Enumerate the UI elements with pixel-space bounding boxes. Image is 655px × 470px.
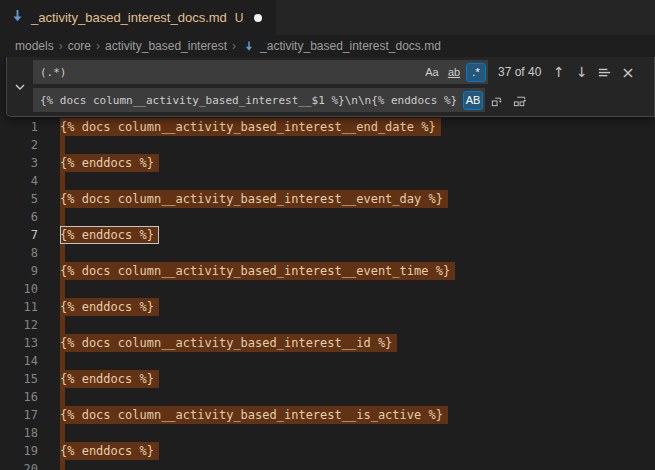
code-line[interactable]: 19{% enddocs %}	[0, 442, 655, 460]
vscode-window: _activity_based_interest_docs.md U model…	[0, 0, 655, 470]
line-number: 5	[0, 190, 38, 208]
current-find-match: {% enddocs %}	[60, 226, 159, 244]
code-line[interactable]: 14	[0, 352, 655, 370]
breadcrumb-item-core[interactable]: core	[68, 39, 91, 53]
previous-match-button[interactable]: ↑	[548, 62, 569, 83]
line-number: 12	[0, 316, 38, 334]
find-match-empty-line	[60, 244, 65, 262]
code-line[interactable]: 3{% enddocs %}	[0, 154, 655, 172]
find-match: {% enddocs %}	[60, 154, 159, 172]
find-match: {% docs column__activity_based_interest_…	[60, 190, 448, 208]
toggle-replace-button[interactable]	[9, 57, 30, 116]
line-text	[60, 208, 65, 226]
line-text: {% enddocs %}	[60, 298, 159, 316]
line-text: {% docs column__activity_based_interest_…	[60, 190, 448, 208]
line-number: 13	[0, 334, 38, 352]
code-area: 1{% docs column__activity_based_interest…	[0, 57, 655, 470]
line-number: 18	[0, 424, 38, 442]
find-match: {% docs column__activity_based_interest_…	[60, 406, 448, 424]
code-line[interactable]: 4	[0, 172, 655, 190]
line-text: {% docs column__activity_based_interest_…	[60, 262, 455, 280]
line-text	[60, 388, 65, 406]
line-number: 1	[0, 118, 38, 136]
line-number: 8	[0, 244, 38, 262]
code-line[interactable]: 9{% docs column__activity_based_interest…	[0, 262, 655, 280]
line-text: {% docs column__activity_based_interest_…	[60, 118, 441, 136]
line-text: {% docs column__activity_based_interest_…	[60, 406, 448, 424]
code-line[interactable]: 17{% docs column__activity_based_interes…	[0, 406, 655, 424]
replace-all-button[interactable]	[510, 90, 531, 111]
replace-button[interactable]	[487, 90, 508, 111]
find-match: {% docs column__activity_based_interest_…	[60, 334, 397, 352]
breadcrumb-item-file[interactable]: _activity_based_interest_docs.md	[260, 39, 441, 53]
code-line[interactable]: 13{% docs column__activity_based_interes…	[0, 334, 655, 352]
code-line[interactable]: 15{% enddocs %}	[0, 370, 655, 388]
line-number: 17	[0, 406, 38, 424]
line-text	[60, 316, 65, 334]
find-match-empty-line	[60, 172, 65, 190]
find-match: {% enddocs %}	[60, 298, 159, 316]
code-line[interactable]: 5{% docs column__activity_based_interest…	[0, 190, 655, 208]
find-match-empty-line	[60, 460, 65, 470]
line-number: 14	[0, 352, 38, 370]
find-match: {% enddocs %}	[60, 442, 159, 460]
line-text: {% docs column__activity_based_interest_…	[60, 334, 397, 352]
find-row: Aa ab .* 37 of 40 ↑ ↓ ×	[33, 60, 650, 84]
line-number: 7	[0, 226, 38, 244]
replace-input[interactable]	[40, 94, 461, 107]
code-line[interactable]: 18	[0, 424, 655, 442]
tab-bar: _activity_based_interest_docs.md U	[0, 0, 655, 35]
code-line[interactable]: 16	[0, 388, 655, 406]
breadcrumb: models › core › activity_based_interest …	[0, 35, 655, 57]
line-number: 11	[0, 298, 38, 316]
breadcrumb-separator: ›	[96, 39, 100, 53]
line-number: 10	[0, 280, 38, 298]
line-text	[60, 280, 65, 298]
line-number: 9	[0, 262, 38, 280]
whole-word-button[interactable]: ab	[444, 63, 464, 82]
tab-filename: _activity_based_interest_docs.md	[31, 10, 227, 25]
code-line[interactable]: 7{% enddocs %}	[0, 226, 655, 244]
find-match-empty-line	[60, 208, 65, 226]
code-line[interactable]: 6	[0, 208, 655, 226]
preserve-case-button[interactable]: AB	[463, 91, 483, 110]
code-line[interactable]: 12	[0, 316, 655, 334]
line-text	[60, 244, 65, 262]
line-text	[60, 424, 65, 442]
line-text: {% enddocs %}	[60, 370, 159, 388]
breadcrumb-separator: ›	[232, 39, 236, 53]
code-line[interactable]: 8	[0, 244, 655, 262]
find-match-empty-line	[60, 136, 65, 154]
tab-activity-docs[interactable]: _activity_based_interest_docs.md U	[0, 0, 276, 35]
line-number: 3	[0, 154, 38, 172]
line-number: 16	[0, 388, 38, 406]
find-match-empty-line	[60, 352, 65, 370]
line-number: 19	[0, 442, 38, 460]
breadcrumb-item-models[interactable]: models	[15, 39, 54, 53]
find-match: {% docs column__activity_based_interest_…	[60, 118, 441, 136]
match-case-button[interactable]: Aa	[422, 63, 442, 82]
find-in-selection-button[interactable]	[594, 62, 615, 83]
code-line[interactable]: 11{% enddocs %}	[0, 298, 655, 316]
code-line[interactable]: 2	[0, 136, 655, 154]
line-text: {% enddocs %}	[60, 154, 159, 172]
markdown-file-icon	[243, 40, 255, 52]
code-line[interactable]: 10	[0, 280, 655, 298]
editor: Aa ab .* 37 of 40 ↑ ↓ ×	[0, 57, 655, 470]
unsaved-changes-dot[interactable]	[254, 14, 262, 22]
breadcrumb-item-activity-based-interest[interactable]: activity_based_interest	[105, 39, 227, 53]
code-line[interactable]: 1{% docs column__activity_based_interest…	[0, 118, 655, 136]
close-icon[interactable]: ×	[617, 62, 638, 83]
code-line[interactable]: 20	[0, 460, 655, 470]
line-number: 20	[0, 460, 38, 470]
line-text	[60, 352, 65, 370]
line-text	[60, 136, 65, 154]
find-match: {% enddocs %}	[60, 370, 159, 388]
line-number: 2	[0, 136, 38, 154]
replace-row: AB	[33, 88, 650, 112]
line-number: 4	[0, 172, 38, 190]
git-status-badge: U	[235, 11, 244, 25]
next-match-button[interactable]: ↓	[571, 62, 592, 83]
find-input[interactable]	[40, 66, 420, 79]
regex-button[interactable]: .*	[466, 63, 486, 82]
